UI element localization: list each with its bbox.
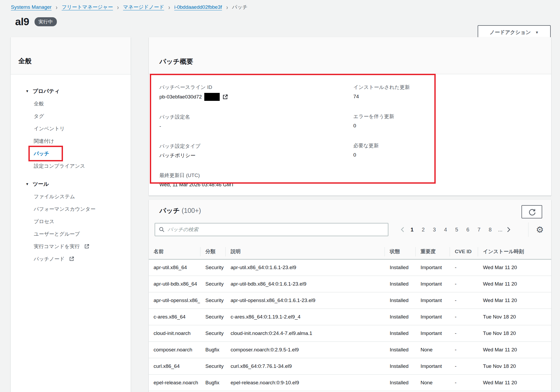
page-number-7[interactable]: 7 [474,227,483,233]
sidebar-item-processes[interactable]: プロセス [11,215,131,228]
cell-description: cloud-init.noarch:0:24.4-7.el9.alma.1 [225,325,384,342]
caret-down-icon: ▼ [535,30,539,35]
cell-classification: Security [200,292,225,309]
sidebar-item-config-compliance[interactable]: 設定コンプライアンス [11,160,131,172]
field-label: 必要な更新 [353,142,410,149]
baseline-id-link[interactable]: pb-03ebfae030d72 [159,93,234,101]
field-updates-with-errors: エラーを伴う更新 0 [353,113,410,130]
breadcrumb: Systems Manager › フリートマネージャー › マネージドノード … [11,4,248,11]
sidebar-section-tools[interactable]: ▼ツール [11,178,131,190]
sidebar-title: 全般 [18,57,32,64]
cell-name: c-ares.x86_64 [149,309,200,325]
field-label: パッチベースライン ID [159,84,234,91]
field-config-type: パッチ設定タイプ パッチポリシー [159,143,234,159]
column-header-state: 状態 [384,244,415,259]
cell-installed-time: Wed Mar 11 20 [478,276,551,292]
patches-panel: パッチ (100+) 1 2 3 4 5 6 7 8 ... ⚙ [149,200,551,392]
cell-description: apr-util-openssl.x86_64:0:1.6.1-23.el9 [225,292,384,309]
cell-severity: Important [415,292,449,309]
breadcrumb-current: パッチ [232,4,248,11]
sidebar-item-tags[interactable]: タグ [11,110,131,122]
cell-cve-id: - [449,292,478,309]
cell-name: apr-util-openssl.x86_64 [149,292,200,309]
field-label: パッチ設定タイプ [159,143,234,150]
breadcrumb-chevron-icon: › [56,5,57,10]
page-number-8[interactable]: 8 [486,227,495,233]
patch-overview-header: パッチ概要 [149,37,551,74]
sidebar-item-patches[interactable]: パッチ [11,147,131,160]
redaction-box [204,93,220,101]
cell-name: cloud-init.noarch [149,325,200,342]
cell-installed-time: Tue Nov 18 20 [478,358,551,374]
cell-description: curl.x86_64:0:7.76.1-34.el9 [225,358,384,374]
cell-cve-id: - [449,342,478,358]
baseline-id-text: pb-03ebfae030d72 [159,93,202,101]
cell-severity: Important [415,276,449,292]
sidebar-item-general[interactable]: 全般 [11,97,131,110]
patch-overview-title: パッチ概要 [159,58,193,65]
cell-installed-time: Wed Mar 11 20 [478,259,551,276]
sidebar-item-patch-nodes[interactable]: パッチノード [11,253,131,265]
breadcrumb-systems-manager[interactable]: Systems Manager [11,4,52,10]
triangle-down-icon: ▼ [26,89,29,93]
cell-state: Installed [384,325,415,342]
field-installed-updates: インストールされた更新 74 [353,84,410,100]
search-box [155,223,388,236]
column-header-name: 名前 [149,244,200,259]
next-page-icon[interactable] [505,227,513,232]
breadcrumb-instance-id[interactable]: i-0bddaaedd02fbbe3f [174,4,222,10]
refresh-button[interactable] [521,205,542,218]
external-link-icon [222,94,228,100]
divider [528,222,529,237]
column-header-severity: 重要度 [415,244,449,259]
breadcrumb-managed-nodes[interactable]: マネージドノード [123,4,164,11]
sidebar-section-properties[interactable]: ▼プロパティ [11,85,131,97]
sidebar-item-inventory[interactable]: インベントリ [11,122,131,135]
page-number-3[interactable]: 3 [430,227,439,233]
sidebar-item-associations[interactable]: 関連付け [11,135,131,147]
cell-description: apr-util.x86_64:0:1.6.1-23.el9 [225,259,384,276]
cell-description: c-ares.x86_64:0:1.19.1-2.el9_4 [225,309,384,325]
patch-overview-panel: パッチ概要 パッチベースライン ID pb-03ebfae030d72 パッチ設… [149,37,551,196]
cell-installed-time: Wed Mar 11 20 [478,292,551,309]
breadcrumb-fleet-manager[interactable]: フリートマネージャー [62,4,113,11]
field-label: パッチ設定名 [159,113,234,120]
sidebar-section-label: プロパティ [33,88,60,94]
cell-state: Installed [384,276,415,292]
status-badge: 実行中 [35,17,57,26]
cell-name: curl.x86_64 [149,358,200,374]
gear-icon[interactable]: ⚙ [532,223,547,236]
column-header-classification: 分類 [200,244,225,259]
field-value: Wed, 11 Mar 2026 03:48:46 GMT [159,181,234,188]
field-value: - [159,123,234,130]
sidebar-item-file-system[interactable]: ファイルシステム [11,190,131,203]
patches-header: パッチ (100+) 1 2 3 4 5 6 7 8 ... ⚙ [149,200,551,244]
cell-classification: Bugfix [200,342,225,358]
patches-title: パッチ (100+) [159,206,201,215]
page-number-1[interactable]: 1 [408,227,417,233]
field-value: 0 [353,151,410,159]
cell-cve-id: - [449,374,478,391]
search-input[interactable] [168,227,384,232]
sidebar-item-patches-label: パッチ [34,151,49,156]
previous-page-icon[interactable] [398,227,406,232]
sidebar-item-performance-counters[interactable]: パフォーマンスカウンター [11,203,131,215]
cell-state: Installed [384,358,415,374]
field-label: インストールされた更新 [353,84,410,91]
page-number-2[interactable]: 2 [419,227,428,233]
sidebar-item-run-command[interactable]: 実行コマンドを実行 [11,240,131,253]
search-icon [159,227,165,232]
sidebar-item-patch-nodes-label: パッチノード [34,256,65,262]
sidebar-section-label: ツール [33,181,49,187]
table-row: apr-util.x86_64 Security apr-util.x86_64… [149,259,551,276]
overview-right-column: インストールされた更新 74 エラーを伴う更新 0 必要な更新 0 [353,84,410,171]
page-number-5[interactable]: 5 [452,227,461,233]
sidebar-item-users-groups[interactable]: ユーザーとグループ [11,228,131,240]
page-number-4[interactable]: 4 [441,227,450,233]
table-row: apr-util-bdb.x86_64 Security apr-util-bd… [149,276,551,292]
page-number-6[interactable]: 6 [463,227,472,233]
pagination: 1 2 3 4 5 6 7 8 ... [398,223,513,236]
cell-state: Installed [384,309,415,325]
cell-state: Installed [384,259,415,276]
table-row: apr-util-openssl.x86_64 Security apr-uti… [149,292,551,309]
